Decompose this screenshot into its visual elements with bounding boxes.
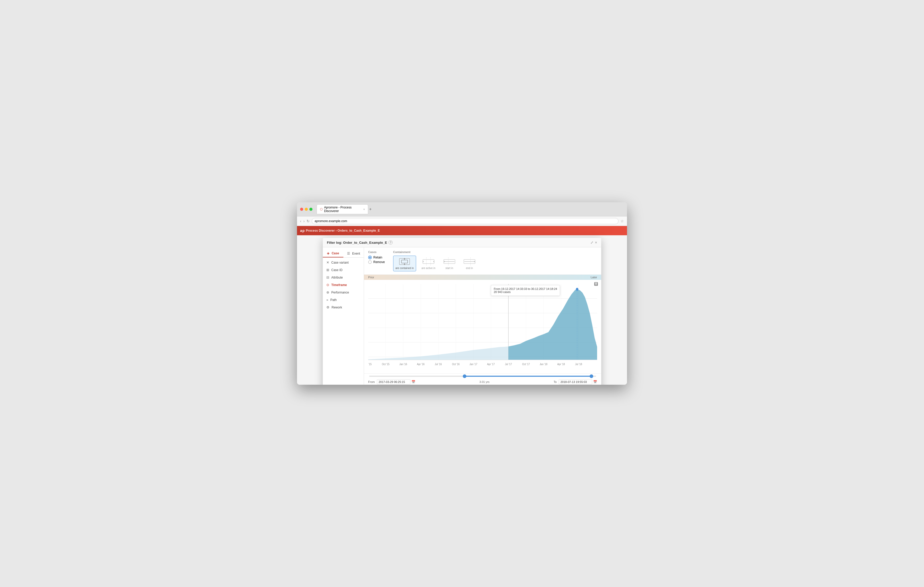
modal-dialog: Filter log: Order_to_Cash_Example_E ? ⤢ … (323, 238, 601, 385)
end-in-label: end in (466, 267, 473, 270)
later-label: Later (591, 276, 597, 279)
svg-text:Jul '17: Jul '17 (505, 363, 512, 366)
svg-text:Apr '16: Apr '16 (417, 363, 425, 366)
contained-in-label: are contained in (396, 267, 414, 270)
svg-text:Oct '17: Oct '17 (522, 363, 530, 366)
help-icon[interactable]: ? (389, 240, 393, 245)
modal-title: Filter log: Order_to_Cash_Example_E ? (327, 240, 393, 245)
browser-toolbar: ‹ › ↻ ☆ (297, 217, 627, 226)
svg-text:Jul '18: Jul '18 (575, 363, 582, 366)
close-traffic-light[interactable] (300, 208, 303, 211)
retain-label: Retain (373, 256, 382, 259)
browser-tab[interactable]: ⬡ Apromore - Process Discoverer × (317, 204, 368, 214)
minimize-traffic-light[interactable] (305, 208, 308, 211)
case-variant-label: Case variant (331, 261, 348, 265)
sidebar-item-case-variant[interactable]: ✕ Case variant (323, 259, 364, 266)
address-bar[interactable] (312, 218, 619, 224)
containment-end[interactable]: end in (461, 256, 478, 271)
tooltip-line2: 20 943 cases (494, 290, 557, 294)
slider-area: From 📅 3.01 yrs To 📅 (364, 373, 601, 385)
forward-button[interactable]: › (304, 219, 305, 223)
remove-radio[interactable] (368, 260, 372, 264)
close-button[interactable]: × (595, 240, 597, 245)
svg-text:Jul '16: Jul '16 (435, 363, 442, 366)
event-tab-label: Event (352, 252, 360, 255)
to-date-input[interactable] (559, 379, 592, 385)
expand-button[interactable]: ⤢ (591, 240, 594, 245)
sidebar-item-performance[interactable]: ⊛ Performance (323, 289, 364, 296)
tooltip-line1: From 19.12.2017 14:33:33 to 30.12.2017 1… (494, 287, 557, 290)
event-tab-icon: ☰ (347, 252, 350, 255)
edit-chart-button[interactable] (594, 282, 598, 287)
case-id-icon: ⊞ (327, 268, 329, 272)
path-icon: » (327, 298, 328, 302)
containment-start[interactable]: start in (441, 256, 458, 271)
time-chart: Jul '15 Oct '15 Jan '16 Apr '16 Jul '16 … (368, 284, 597, 372)
containment-options: are contained in (393, 256, 478, 271)
traffic-lights (300, 208, 312, 211)
breadcrumb: Process Discoverer › Orders_to_Cash_Exam… (306, 229, 380, 232)
sidebar-item-timeframe[interactable]: ⊙ Timeframe (323, 281, 364, 289)
timeframe-label: Timeframe (331, 283, 347, 287)
start-in-icon (443, 257, 455, 266)
rework-label: Rework (332, 306, 342, 309)
case-id-label: Case ID (331, 268, 342, 272)
svg-text:Jan '18: Jan '18 (540, 363, 547, 366)
bookmark-button[interactable]: ☆ (620, 219, 624, 223)
modal-overlay: Filter log: Order_to_Cash_Example_E ? ⤢ … (297, 235, 627, 385)
timeframe-icon: ⊙ (327, 283, 329, 287)
slider-inputs: From 📅 3.01 yrs To 📅 (368, 379, 597, 385)
slider-right-thumb[interactable] (590, 375, 593, 378)
containment-contained[interactable]: are contained in (393, 256, 416, 271)
filter-sidebar: ◈ Case ☰ Event ✕ Case variant (323, 247, 364, 385)
containment-active[interactable]: are active in (419, 256, 438, 271)
svg-text:Oct '15: Oct '15 (382, 363, 389, 366)
tab-case[interactable]: ◈ Case (323, 250, 343, 257)
tab-event[interactable]: ☰ Event (343, 250, 364, 257)
attribute-icon: ⊟ (327, 275, 329, 280)
slider-range (465, 376, 592, 377)
to-calendar-icon[interactable]: 📅 (593, 380, 597, 384)
to-date-group: To 📅 (554, 379, 597, 385)
fullscreen-traffic-light[interactable] (309, 208, 312, 211)
modal-title-text: Filter log: Order_to_Cash_Example_E (327, 241, 387, 245)
rework-icon: ⚙ (327, 305, 330, 309)
sidebar-item-path[interactable]: » Path (323, 296, 364, 304)
case-tab-label: Case (332, 252, 339, 255)
chart-area: From 19.12.2017 14:33:33 to 30.12.2017 1… (364, 280, 601, 373)
active-in-label: are active in (422, 267, 436, 270)
browser-window: ⬡ Apromore - Process Discoverer × + ‹ › … (297, 202, 627, 385)
chart-tooltip: From 19.12.2017 14:33:33 to 30.12.2017 1… (491, 285, 560, 296)
contained-in-icon (398, 257, 411, 266)
sidebar-item-rework[interactable]: ⚙ Rework (323, 304, 364, 311)
svg-text:Oct '16: Oct '16 (452, 363, 460, 366)
cases-label: Cases (368, 250, 385, 253)
svg-rect-19 (594, 283, 597, 286)
modal-controls: ⤢ × (591, 240, 597, 245)
svg-text:Apr '17: Apr '17 (487, 363, 495, 366)
svg-text:Jan '17: Jan '17 (469, 363, 477, 366)
app-logo: ap Process Discoverer › Orders_to_Cash_E… (300, 229, 380, 233)
to-label: To (554, 380, 557, 383)
from-calendar-icon[interactable]: 📅 (411, 380, 415, 384)
slider-track (369, 376, 596, 377)
retain-radio[interactable] (368, 256, 372, 259)
tab-close-icon[interactable]: × (363, 208, 365, 211)
filter-options: Cases Retain Remove (364, 247, 601, 275)
svg-rect-1 (401, 260, 408, 263)
new-tab-button[interactable]: + (369, 207, 371, 212)
refresh-button[interactable]: ↻ (307, 219, 310, 223)
remove-option[interactable]: Remove (368, 260, 385, 264)
slider-left-thumb[interactable] (463, 375, 466, 378)
from-date-input[interactable] (377, 379, 411, 385)
back-button[interactable]: ‹ (300, 219, 301, 223)
svg-marker-10 (433, 261, 434, 262)
retain-option[interactable]: Retain (368, 256, 385, 259)
cases-group: Cases Retain Remove (368, 250, 385, 271)
path-label: Path (330, 298, 337, 302)
svg-rect-6 (423, 260, 434, 264)
sidebar-item-attribute[interactable]: ⊟ Attribute (323, 274, 364, 281)
sidebar-item-case-id[interactable]: ⊞ Case ID (323, 266, 364, 274)
tab-bar: ⬡ Apromore - Process Discoverer × + (317, 204, 624, 214)
from-date-group: From 📅 (368, 379, 415, 385)
